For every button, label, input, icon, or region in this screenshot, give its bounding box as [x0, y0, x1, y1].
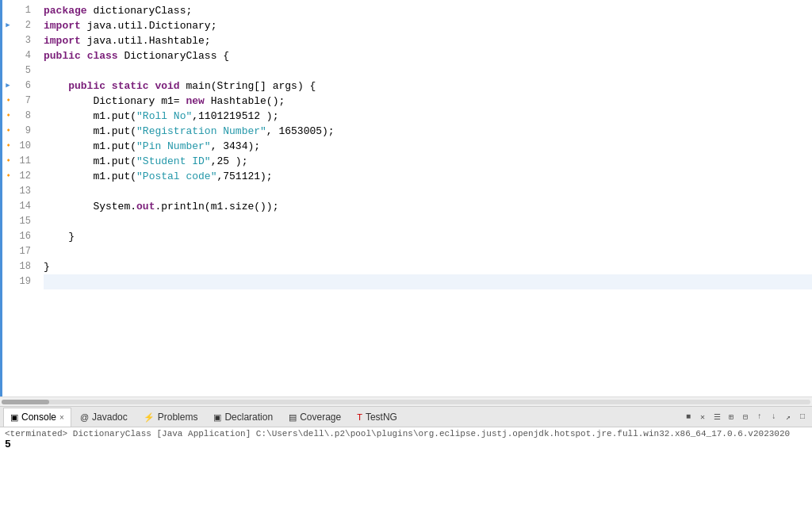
code-line: m1.put("Pin Number", 3434);: [44, 139, 812, 154]
coverage-tab-label: Coverage: [300, 412, 341, 423]
line-marker: 🔸: [2, 139, 13, 154]
line-number: 14: [18, 199, 31, 214]
code-line: import java.util.Dictionary;: [44, 18, 812, 33]
line-marker: [2, 229, 13, 244]
code-line: m1.put("Registration Number", 1653005);: [44, 124, 812, 139]
up-icon[interactable]: ↑: [753, 411, 766, 423]
line-marker: [2, 259, 13, 274]
javadoc-tab-label: Javadoc: [92, 412, 128, 423]
down-icon[interactable]: ↓: [768, 411, 780, 423]
declaration-tab-label: Declaration: [224, 412, 273, 423]
line-number: 19: [18, 274, 31, 289]
horizontal-scrollbar[interactable]: [0, 396, 812, 406]
console-content: <terminated> DictionaryClass [Java Appli…: [0, 427, 812, 517]
collapse-icon[interactable]: ⊟: [739, 411, 752, 423]
line-number: 4: [18, 48, 31, 63]
stop-icon[interactable]: ■: [682, 411, 695, 423]
testng-tab-icon: T: [357, 412, 362, 422]
minimize-icon[interactable]: □: [796, 411, 809, 423]
line-marker: [2, 274, 13, 289]
coverage-tab-icon: ▤: [289, 412, 297, 423]
console-tab-label: Console: [21, 412, 56, 423]
console-tab-close[interactable]: ×: [59, 413, 64, 422]
scroll-track: [2, 400, 810, 404]
code-line: [44, 63, 812, 79]
code-lines[interactable]: package dictionaryClass;import java.util…: [37, 0, 812, 396]
line-number: 3: [18, 33, 31, 48]
tab-item-declaration[interactable]: ▣Declaration: [206, 408, 280, 427]
tab-item-javadoc[interactable]: @Javadoc: [73, 408, 135, 427]
line-marker: 🔸: [2, 169, 13, 184]
code-line: m1.put("Roll No",1101219512 );: [44, 109, 812, 124]
console-output-value: 5: [5, 438, 807, 450]
code-line: [44, 214, 812, 229]
line-marker: ▶: [2, 79, 13, 94]
tab-toolbar: ■✕☰⊞⊟↑↓↗□: [682, 411, 809, 423]
code-line: m1.put("Postal code",751121);: [44, 169, 812, 184]
bottom-panel: ▣Console×@Javadoc⚡Problems▣Declaration▤C…: [0, 406, 812, 517]
declaration-tab-icon: ▣: [213, 412, 221, 423]
line-marker: [2, 3, 13, 18]
line-number: 16: [18, 229, 31, 244]
line-marker: 🔸: [2, 124, 13, 139]
code-line: }: [44, 229, 812, 244]
line-marker: [2, 63, 13, 79]
tab-item-coverage[interactable]: ▤Coverage: [282, 408, 348, 427]
testng-tab-label: TestNG: [366, 412, 397, 423]
code-line: }: [44, 259, 812, 274]
console-title-line: <terminated> DictionaryClass [Java Appli…: [5, 429, 807, 438]
line-number: 10: [18, 139, 31, 154]
tab-item-console[interactable]: ▣Console×: [3, 408, 71, 427]
line-numbers: 12345678910111213141516171819: [13, 0, 37, 396]
line-number: 18: [18, 259, 31, 274]
code-line: [44, 244, 812, 259]
code-line: public class DictionaryClass {: [44, 48, 812, 63]
problems-tab-label: Problems: [158, 412, 198, 423]
line-number: 8: [18, 109, 31, 124]
code-line: import java.util.Hashtable;: [44, 33, 812, 48]
code-line: public static void main(String[] args) {: [44, 79, 812, 94]
line-number: 17: [18, 244, 31, 259]
line-marker: [2, 48, 13, 63]
code-line: System.out.println(m1.size());: [44, 199, 812, 214]
tab-item-problems[interactable]: ⚡Problems: [136, 408, 205, 427]
code-line: [44, 274, 812, 289]
line-marker: 🔸: [2, 94, 13, 109]
console-tab-icon: ▣: [10, 412, 18, 423]
tab-item-testng[interactable]: TTestNG: [350, 408, 404, 427]
line-marker: [2, 244, 13, 259]
line-number: 13: [18, 184, 31, 199]
line-number: 9: [18, 124, 31, 139]
menu-icon[interactable]: ☰: [710, 411, 723, 423]
code-container: ▶▶🔸🔸🔸🔸🔸🔸 12345678910111213141516171819 p…: [0, 0, 812, 396]
javadoc-tab-icon: @: [80, 412, 89, 422]
line-markers: ▶▶🔸🔸🔸🔸🔸🔸: [2, 0, 13, 396]
line-number: 12: [18, 169, 31, 184]
line-number: 6: [18, 79, 31, 94]
scroll-thumb[interactable]: [2, 400, 49, 404]
line-number: 2: [18, 18, 31, 33]
maximize-icon[interactable]: ↗: [782, 411, 795, 423]
line-marker: ▶: [2, 18, 13, 33]
line-marker: 🔸: [2, 154, 13, 169]
line-number: 1: [18, 3, 31, 18]
line-marker: [2, 199, 13, 214]
tab-bar: ▣Console×@Javadoc⚡Problems▣Declaration▤C…: [0, 407, 812, 427]
expand-icon[interactable]: ⊞: [725, 411, 737, 423]
line-number: 5: [18, 63, 31, 79]
code-line: package dictionaryClass;: [44, 3, 812, 18]
line-marker: [2, 33, 13, 48]
line-marker: [2, 184, 13, 199]
line-marker: [2, 214, 13, 229]
line-number: 15: [18, 214, 31, 229]
code-line: Dictionary m1= new Hashtable();: [44, 94, 812, 109]
editor-area: ▶▶🔸🔸🔸🔸🔸🔸 12345678910111213141516171819 p…: [0, 0, 812, 406]
problems-tab-icon: ⚡: [144, 412, 155, 423]
line-marker: 🔸: [2, 109, 13, 124]
terminate-icon[interactable]: ✕: [696, 411, 709, 423]
line-number: 7: [18, 94, 31, 109]
line-number: 11: [18, 154, 31, 169]
code-line: [44, 184, 812, 199]
code-line: m1.put("Student ID",25 );: [44, 154, 812, 169]
